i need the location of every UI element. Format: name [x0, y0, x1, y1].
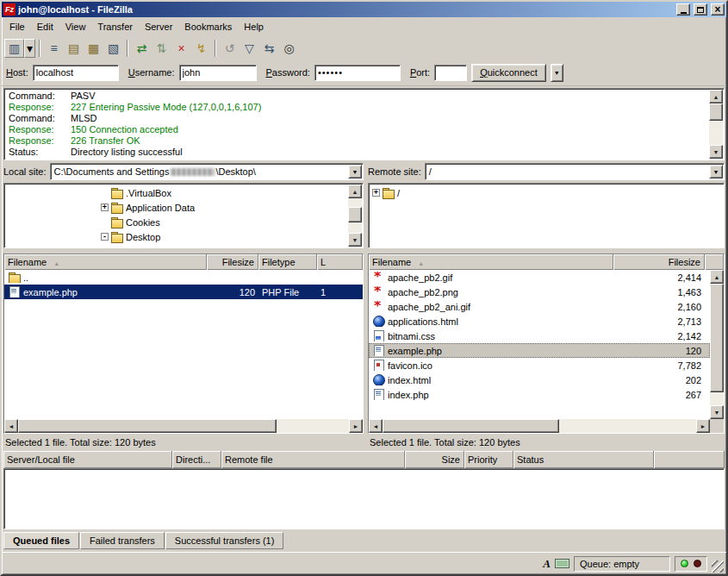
remote-vertical-scrollbar[interactable]	[710, 270, 724, 419]
column-header-filesize[interactable]: Filesize	[613, 254, 705, 270]
quickconnect-dropdown-button[interactable]	[551, 64, 563, 82]
password-input[interactable]	[314, 65, 401, 81]
tab-queued-files[interactable]: Queued files	[3, 532, 79, 549]
cancel-operation-button[interactable]: ×	[171, 39, 191, 58]
scrollbar-thumb[interactable]	[710, 284, 724, 392]
scrollbar-thumb[interactable]	[348, 207, 362, 222]
file-row[interactable]: index.php267	[369, 387, 710, 402]
scrollbar-thumb[interactable]	[383, 419, 559, 433]
menu-item-transfer[interactable]: Transfer	[91, 18, 139, 35]
toggle-message-log-button[interactable]: ≡	[44, 39, 64, 58]
column-header-direction[interactable]: Directi...	[172, 451, 221, 468]
scrollbar-track[interactable]	[383, 419, 696, 433]
scroll-up-button[interactable]	[710, 270, 724, 284]
open-site-manager-button[interactable]: ▥	[4, 39, 24, 58]
transfer-queue-list[interactable]	[3, 468, 725, 529]
local-horizontal-scrollbar[interactable]	[4, 419, 363, 433]
scrollbar-track[interactable]	[710, 284, 724, 405]
tab-failed-transfers[interactable]: Failed transfers	[80, 532, 165, 549]
remote-horizontal-scrollbar[interactable]	[369, 419, 710, 433]
maximize-icon	[697, 7, 704, 13]
tab-successful-transfers-1[interactable]: Successful transfers (1)	[165, 532, 284, 549]
menu-item-edit[interactable]: Edit	[31, 18, 59, 35]
tree-collapse-minus-icon[interactable]: -	[101, 233, 109, 241]
scroll-right-button[interactable]	[349, 419, 363, 433]
refresh-button[interactable]: ⇄	[132, 39, 152, 58]
file-row[interactable]: example.php120	[369, 343, 710, 358]
column-header-filetype[interactable]: Filetype	[258, 254, 317, 270]
toggle-local-tree-button[interactable]: ▤	[64, 39, 84, 58]
scrollbar-thumb[interactable]	[18, 419, 277, 433]
file-row[interactable]: index.html202	[369, 373, 710, 387]
file-name: apache_pb2_ani.gif	[388, 302, 470, 312]
tree-expand-plus-icon[interactable]: +	[101, 203, 109, 211]
toggle-transfer-queue-button[interactable]: ▧	[103, 39, 123, 58]
username-input[interactable]	[179, 65, 257, 81]
log-line-type: Command:	[9, 113, 71, 124]
quickconnect-button[interactable]: Quickconnect	[471, 64, 546, 82]
dropdown-arrow-icon[interactable]	[709, 165, 723, 178]
file-row[interactable]: apache_pb2.png1,463	[369, 285, 710, 299]
column-header-remote-file[interactable]: Remote file	[221, 451, 405, 468]
file-row[interactable]: apache_pb2.gif2,414	[369, 270, 710, 285]
scroll-up-button[interactable]	[709, 90, 723, 103]
scroll-left-button[interactable]	[4, 419, 18, 433]
log-line-text: 150 Connection accepted	[71, 124, 178, 135]
resize-grip[interactable]	[712, 560, 724, 573]
column-header-filename[interactable]: Filename	[4, 254, 207, 270]
filter-button[interactable]: ▽	[240, 39, 259, 58]
toggle-remote-tree-button[interactable]: ▦	[84, 39, 103, 58]
file-row[interactable]: favicon.ico7,782	[369, 358, 710, 373]
menu-item-view[interactable]: View	[59, 18, 92, 35]
maximize-button[interactable]	[694, 3, 707, 16]
find-files-button[interactable]: ◎	[279, 39, 299, 58]
menu-item-server[interactable]: Server	[139, 18, 178, 35]
scrollbar-thumb[interactable]	[709, 103, 723, 121]
scroll-down-button[interactable]	[710, 405, 724, 419]
menu-item-file[interactable]: File	[3, 18, 31, 35]
remote-site-combo[interactable]: /	[425, 163, 725, 180]
file-row[interactable]: ..	[4, 270, 363, 285]
column-header-filename[interactable]: Filename	[369, 254, 613, 270]
column-header-size[interactable]: Size	[405, 451, 464, 468]
scroll-left-button[interactable]	[369, 419, 383, 433]
close-button[interactable]	[711, 3, 725, 16]
log-scrollbar[interactable]	[709, 90, 723, 159]
host-input[interactable]	[33, 65, 119, 81]
reconnect-button[interactable]: ↺	[220, 39, 240, 58]
tree-expand-plus-icon[interactable]: +	[372, 189, 380, 197]
minimize-button[interactable]	[676, 3, 690, 16]
tree-item[interactable]: +Application Data	[4, 200, 347, 215]
tree-item[interactable]: +/	[369, 185, 708, 200]
column-header-status[interactable]: Status	[513, 451, 654, 468]
menu-item-help[interactable]: Help	[238, 18, 270, 35]
scroll-down-button[interactable]	[709, 145, 723, 159]
compare-button[interactable]: ⇆	[259, 39, 279, 58]
port-input[interactable]	[434, 65, 467, 81]
column-header-server-local-file[interactable]: Server/Local file	[3, 451, 172, 468]
title-bar[interactable]: Fz john@localhost - FileZilla	[2, 2, 726, 17]
scroll-up-button[interactable]	[348, 185, 362, 198]
file-row[interactable]: example.php120PHP File1	[4, 285, 363, 299]
scrollbar-track[interactable]	[18, 419, 349, 433]
tree-item[interactable]: -Desktop	[4, 229, 347, 244]
column-header-last-modified[interactable]: L	[317, 254, 363, 270]
column-header-filesize[interactable]: Filesize	[207, 254, 258, 270]
site-manager-dropdown-button[interactable]: ▾	[24, 39, 35, 58]
dropdown-arrow-icon[interactable]	[348, 165, 362, 178]
local-site-combo[interactable]: C:\Documents and Settings\Desktop\	[50, 163, 364, 180]
disconnect-button[interactable]: ↯	[191, 39, 211, 58]
file-row[interactable]: apache_pb2_ani.gif2,160	[369, 299, 710, 314]
file-row[interactable]: bitnami.css2,142	[369, 329, 710, 343]
tree-item[interactable]: Cookies	[4, 215, 347, 229]
scrollbar-track[interactable]	[348, 198, 362, 233]
tree-item[interactable]: .VirtualBox	[4, 185, 347, 200]
scroll-right-button[interactable]	[696, 419, 710, 433]
process-queue-button[interactable]: ⇅	[152, 39, 171, 58]
menu-item-bookmarks[interactable]: Bookmarks	[178, 18, 238, 35]
file-row[interactable]: applications.html2,713	[369, 314, 710, 329]
column-header-priority[interactable]: Priority	[464, 451, 513, 468]
scroll-down-button[interactable]	[348, 233, 362, 247]
scrollbar-track[interactable]	[709, 103, 723, 145]
local-tree-scrollbar[interactable]	[348, 185, 362, 247]
